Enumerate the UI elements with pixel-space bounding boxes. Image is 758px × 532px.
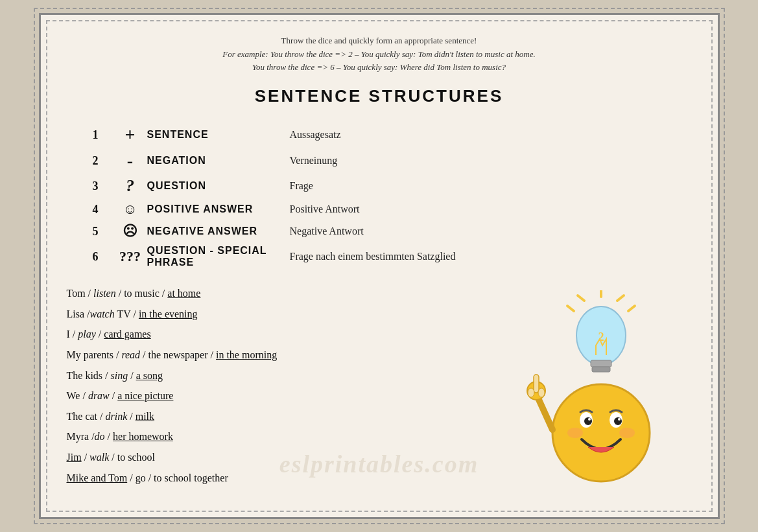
sentence-part: / to school together [146,472,228,483]
sentence-part: My parents / [67,349,122,360]
svg-rect-6 [591,360,611,367]
sentence-part: The kids / [67,370,111,381]
structure-row: 4☺POSITIVE ANSWERPositive Antwort [93,201,692,218]
sentence-part: sing [111,370,128,381]
sentence-part: Mike and Tom [67,472,128,483]
svg-line-1 [617,295,624,301]
svg-point-9 [552,384,650,481]
structure-label-de: Frage [290,180,313,192]
structure-number: 2 [93,154,113,168]
structure-label-en: SENTENCE [147,129,290,141]
sentence-line: We / draw / a nice picture [67,386,484,406]
svg-point-14 [588,418,591,421]
sentence-part: / [110,390,117,401]
sentence-part: / [127,411,135,422]
sentence-line: Lisa /watch TV / in the evening [67,305,484,324]
sentence-part: / [82,452,89,463]
sentence-line: My parents / read / the newspaper / in t… [67,345,484,365]
sentence-part: The cat / [67,411,106,422]
sentence-part: drink [105,411,127,422]
svg-rect-7 [592,367,610,372]
structure-row: 5☹NEGATIVE ANSWERNegative Antwort [93,223,692,240]
structure-label-de: Frage nach einem bestimmten Satzglied [290,251,456,262]
structure-table: 1+SENTENCEAussagesatz2-NEGATIONVerneinun… [67,124,692,268]
structure-number: 4 [93,203,113,216]
page-title: SENTENCE STRUCTURES [67,86,692,106]
structure-symbol: ? [113,176,147,196]
structure-label-de: Positive Antwort [290,203,360,215]
structure-symbol: + [113,124,147,145]
sentence-part: Lisa / [67,308,90,319]
svg-point-12 [584,417,592,425]
sentence-part: Tom / [67,288,94,299]
sentence-part: / [127,472,135,483]
sentence-part: / to school [109,452,155,463]
sentence-part: / to music / [116,288,168,299]
sentence-part: in the morning [216,349,277,360]
sentence-part: Myra / [67,431,95,442]
structure-row: 1+SENTENCEAussagesatz [93,124,692,145]
structure-label-de: Verneinung [290,155,338,167]
intro-line2: For example: You throw the dice => 2 – Y… [67,48,692,62]
structure-label-de: Aussagesatz [290,129,341,141]
structure-label-en: NEGATION [147,155,290,167]
structure-label-de: Negative Antwort [290,226,364,237]
worksheet-page: Throw the dice and quickly form an appro… [39,13,720,519]
sentence-line: The cat / drink / milk [67,407,484,426]
svg-point-15 [618,418,621,421]
structure-number: 5 [93,225,113,238]
sentence-part: card games [104,329,150,340]
structure-label-en: QUESTION [147,180,290,192]
sentence-line: Tom / listen / to music / at home [67,284,484,303]
structure-number: 6 [93,250,113,264]
intro-line3: You throw the dice => 6 – You quickly sa… [67,61,692,75]
structure-symbol: ☹ [113,223,147,240]
svg-line-3 [578,295,584,301]
sentence-line: I / play / card games [67,325,484,344]
sentence-part: / [96,329,104,340]
structure-number: 3 [93,179,113,193]
sentence-part: go [136,472,146,483]
sentence-part: do [95,431,105,442]
sentence-line: The kids / sing / a song [67,366,484,386]
sentence-part: read [121,349,140,360]
sentence-part: in the evening [139,308,198,319]
sentence-part: Jim [67,452,82,463]
svg-point-22 [619,428,635,438]
emoji-column: 2 [484,284,692,498]
svg-point-13 [614,417,622,425]
svg-rect-18 [534,375,539,393]
structure-label-en: QUESTION - SPECIAL PHRASE [147,245,290,268]
lightbulb-emoji: 2 [517,290,685,504]
svg-text:2: 2 [598,330,604,343]
structure-row: 6???QUESTION - SPECIAL PHRASEFrage nach … [93,245,692,268]
structure-label-en: POSITIVE ANSWER [147,203,290,215]
svg-point-20 [538,388,545,397]
structure-label-en: NEGATIVE ANSWER [147,226,290,237]
content-area: Tom / listen / to music / at homeLisa /w… [67,284,692,498]
sentence-part: her homework [113,431,173,442]
structure-symbol: ??? [113,248,147,265]
intro-line1: Throw the dice and quickly form an appro… [67,34,692,48]
sentence-part: milk [136,411,154,422]
structure-number: 1 [93,128,113,142]
sentence-part: / [128,370,136,381]
sentence-part: draw [88,390,110,401]
intro-section: Throw the dice and quickly form an appro… [67,34,692,75]
sentence-part: watch [90,308,115,319]
sentence-part: a song [136,370,163,381]
sentence-part: a nice picture [117,390,173,401]
sentence-part: / [105,431,113,442]
sentence-part: / the newspaper / [140,349,216,360]
sentences-list: Tom / listen / to music / at homeLisa /w… [67,284,484,498]
svg-point-19 [528,388,534,397]
sentence-part: We / [67,390,88,401]
sentence-part: I / [67,329,78,340]
structure-symbol: ☺ [113,201,147,218]
sentence-line: Myra /do / her homework [67,427,484,446]
sentence-line: Jim / walk / to school [67,448,484,467]
svg-point-21 [567,428,583,438]
svg-line-4 [567,306,574,311]
sentence-part: listen [93,288,116,299]
sentence-part: TV / [115,308,139,319]
